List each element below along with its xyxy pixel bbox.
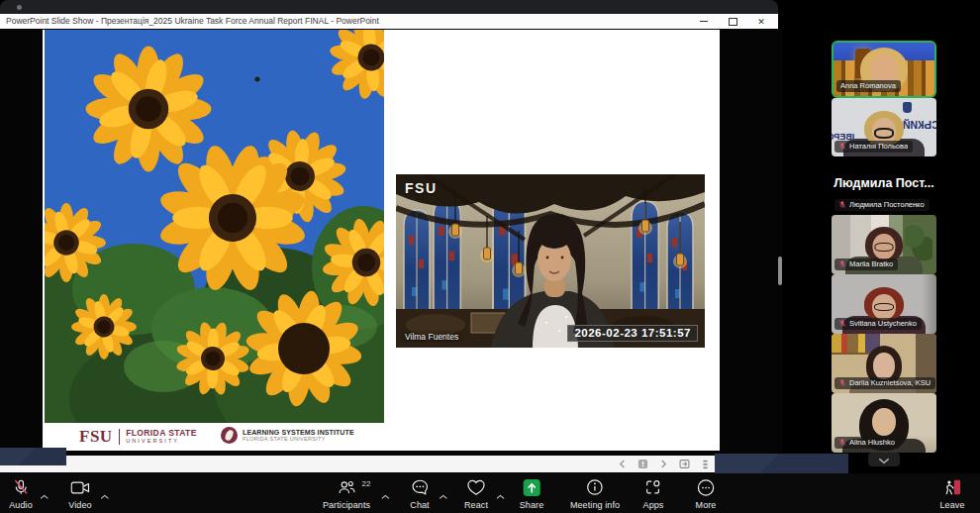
toolbar-item-label: More xyxy=(696,500,717,510)
lsi-torch-icon xyxy=(221,427,238,444)
more-button[interactable]: More xyxy=(696,480,717,510)
video-button[interactable]: Video xyxy=(68,480,91,510)
fsu-watermark: FSU xyxy=(405,180,438,196)
slideshow-controls xyxy=(616,458,711,470)
restore-button[interactable] xyxy=(720,14,745,29)
heart-icon xyxy=(466,479,486,500)
participant-tile-людмила[interactable]: Людмила Пост... Людмила Постоленко xyxy=(832,163,936,215)
toolbar-item-label: Share xyxy=(520,500,544,510)
share-icon xyxy=(523,478,541,501)
toolbar-item-label: Chat xyxy=(410,500,429,510)
name-label-pill: Anna Romanova xyxy=(836,80,901,92)
name-label-pill: Svitlana Ustychenko xyxy=(834,318,922,330)
camera-off-display-name: Людмила Пост... xyxy=(833,176,933,190)
participant-tile-alina[interactable]: Alina Hlushko xyxy=(832,393,936,453)
toolbar-item-label: Apps xyxy=(643,500,664,510)
leave-icon xyxy=(942,478,962,500)
name-label-pill: Людмила Постоленко xyxy=(834,199,930,211)
speaker-name-label: Vilma Fuentes xyxy=(401,331,462,343)
apps-button[interactable]: Apps xyxy=(643,480,664,510)
speaker-video: FSU Vilma Fuentes 2026-02-23 17:51:57 xyxy=(396,174,705,348)
name-label-pill: Alina Hlushko xyxy=(834,437,900,449)
chevron-up-icon[interactable] xyxy=(439,486,447,504)
mic-off-small-icon xyxy=(838,200,846,209)
restore-icon xyxy=(729,18,737,26)
toolbar-item-label: React xyxy=(464,500,488,510)
pen-tools-button[interactable] xyxy=(637,459,648,470)
participant-name: Svitlana Ustychenko xyxy=(849,319,917,328)
chevron-up-icon[interactable] xyxy=(380,486,389,504)
react-button[interactable]: React xyxy=(464,480,488,510)
minimize-icon xyxy=(700,21,708,22)
teams-stage-corner-right xyxy=(715,454,848,473)
toolbar-item-label: Video xyxy=(68,500,91,510)
fsu-wordmark-line1: FLORIDA STATE xyxy=(126,429,197,438)
more-icon xyxy=(697,478,716,501)
apps-icon xyxy=(644,478,662,500)
info-icon xyxy=(586,478,604,500)
participant-list: Anna Romanova СЬКИЙІВЕРС Наталія Польова… xyxy=(832,41,936,453)
person-face xyxy=(873,353,895,379)
person-face xyxy=(872,294,896,320)
more-options-button[interactable] xyxy=(699,459,711,470)
mirrored-backdrop-text: СЬКИЙ xyxy=(903,119,936,131)
name-label-pill: Наталія Польова xyxy=(834,141,913,153)
participant-name: Anna Romanova xyxy=(840,81,896,90)
meeting-info-button[interactable]: Meeting info xyxy=(570,480,620,510)
person-hair xyxy=(864,287,904,321)
participant-tile-anna[interactable]: Anna Romanova xyxy=(832,41,936,98)
chevron-up-icon[interactable] xyxy=(40,486,49,504)
next-slide-button[interactable] xyxy=(657,459,669,470)
mic-off-small-icon xyxy=(838,259,846,268)
scrollbar-thumb[interactable] xyxy=(778,256,782,285)
person-face xyxy=(872,408,896,436)
camera-icon xyxy=(70,480,90,499)
logo-divider xyxy=(119,429,121,445)
mic-off-small-icon xyxy=(838,438,846,447)
participant-name: Dariia Kuznietsova, KSU xyxy=(849,378,931,387)
participant-tile-наталія[interactable]: СЬКИЙІВЕРС Наталія Польова xyxy=(832,98,936,156)
see-all-slides-button[interactable] xyxy=(678,459,690,470)
sidebar-more-button[interactable] xyxy=(868,453,900,466)
person-face xyxy=(873,234,896,259)
share-button[interactable]: Share xyxy=(520,480,544,510)
chat-icon xyxy=(411,478,429,500)
chevron-up-icon[interactable] xyxy=(100,486,109,504)
participants-button[interactable]: 22 Participants xyxy=(323,480,370,510)
leave-button[interactable]: Leave xyxy=(939,480,964,510)
participant-tile-dariia[interactable]: Dariia Kuznietsova, KSU xyxy=(832,334,936,393)
close-button[interactable]: ✕ xyxy=(748,14,774,29)
participant-name: Mariia Bratko xyxy=(849,259,893,268)
participants-count-badge: 22 xyxy=(362,479,371,488)
fsu-acronym: FSU xyxy=(79,427,113,447)
participant-tile-mariia[interactable]: Mariia Bratko xyxy=(832,215,936,274)
church-hall-background xyxy=(396,174,705,348)
window-dot-icon xyxy=(17,5,22,10)
chat-button[interactable]: Chat xyxy=(410,480,429,510)
participant-tile-svitlana[interactable]: Svitlana Ustychenko xyxy=(832,274,936,334)
learning-systems-institute-logo: LEARNING SYSTEMS INSTITUTE FLORIDA STATE… xyxy=(221,427,354,444)
powerpoint-stage: FSU FLORIDA STATE UNIVERSITY LEARNING SY… xyxy=(0,29,782,456)
chevron-down-icon xyxy=(878,451,890,468)
powerpoint-titlebar: PowerPoint Slide Show - Презентація_2025… xyxy=(0,14,778,30)
prev-slide-button[interactable] xyxy=(616,459,628,470)
recording-timestamp: 2026-02-23 17:51:57 xyxy=(567,325,698,342)
audio-button[interactable]: Audio xyxy=(9,480,33,510)
slide-footer: FSU FLORIDA STATE UNIVERSITY LEARNING SY… xyxy=(43,425,720,451)
toolbar-item-label: Audio xyxy=(9,500,33,510)
toolbar-item-label: Meeting info xyxy=(570,500,620,510)
toolbar-item-label: Leave xyxy=(939,500,964,510)
mic-muted-icon xyxy=(12,478,30,500)
lsi-subtitle: FLORIDA STATE UNIVERSITY xyxy=(243,437,354,443)
chevron-up-icon[interactable] xyxy=(496,486,505,504)
teams-stage-corner-left xyxy=(0,448,66,465)
name-label-pill: Mariia Bratko xyxy=(834,258,898,270)
minimize-button[interactable] xyxy=(691,14,717,29)
people-icon xyxy=(337,479,355,499)
person-hair xyxy=(865,227,903,262)
lsi-name: LEARNING SYSTEMS INSTITUTE xyxy=(243,429,354,436)
sunflower-photo xyxy=(45,30,384,423)
fsu-logo: FSU FLORIDA STATE UNIVERSITY xyxy=(79,427,197,447)
toolbar-item-label: Participants xyxy=(323,500,370,510)
mic-off-small-icon xyxy=(838,142,846,151)
